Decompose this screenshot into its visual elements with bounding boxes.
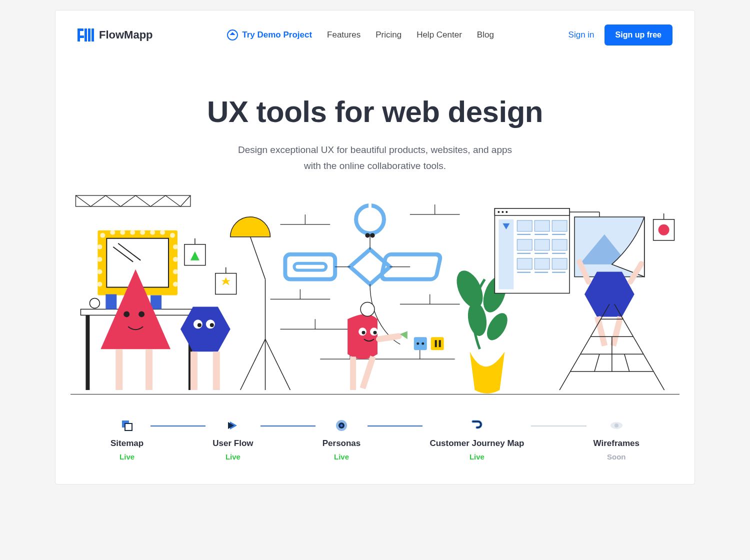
feature-wireframes[interactable]: Wireframes Soon: [594, 418, 640, 461]
connector-line: [150, 426, 206, 426]
auth-actions: Sign in Sign up free: [568, 24, 672, 46]
svg-point-34: [124, 311, 130, 317]
svg-point-69: [360, 302, 374, 316]
svg-rect-96: [552, 220, 567, 231]
svg-rect-37: [146, 349, 152, 390]
hero-title: UX tools for web design: [76, 94, 674, 129]
svg-point-12: [170, 232, 175, 238]
connector-line: [368, 426, 422, 426]
hero-section: UX tools for web design Design exception…: [56, 60, 694, 184]
svg-point-89: [498, 210, 500, 212]
svg-point-6: [110, 230, 115, 234]
feature-status: Live: [334, 452, 349, 461]
hero-subtitle-line1: Design exceptional UX for beautiful prod…: [238, 144, 512, 155]
nav-help-center[interactable]: Help Center: [416, 30, 462, 40]
svg-rect-74: [350, 356, 356, 390]
feature-sitemap[interactable]: Sitemap Live: [110, 418, 144, 461]
cjm-icon: [470, 418, 484, 432]
hero-subtitle: Design exceptional UX for beautiful prod…: [76, 142, 674, 174]
svg-point-86: [483, 310, 512, 344]
svg-rect-36: [116, 349, 122, 390]
logo-mark-icon: [78, 28, 94, 42]
nav-blog[interactable]: Blog: [477, 30, 494, 40]
svg-rect-101: [534, 258, 550, 269]
svg-line-129: [594, 354, 600, 372]
sitemap-icon: [120, 418, 134, 432]
feature-status: Soon: [607, 452, 626, 461]
feature-status: Live: [226, 452, 240, 461]
svg-point-83: [452, 266, 488, 312]
signup-button[interactable]: Sign up free: [604, 24, 672, 46]
svg-rect-80: [431, 337, 444, 350]
svg-rect-132: [125, 424, 132, 430]
svg-line-123: [614, 304, 664, 390]
svg-point-9: [140, 230, 145, 234]
svg-point-19: [173, 269, 178, 274]
svg-rect-77: [414, 337, 427, 350]
feature-label: User Flow: [212, 438, 253, 448]
svg-point-67: [366, 233, 370, 237]
svg-rect-120: [594, 316, 608, 346]
personas-icon: [334, 418, 348, 432]
svg-rect-82: [439, 340, 441, 347]
signin-link[interactable]: Sign in: [568, 30, 594, 40]
svg-rect-64: [294, 263, 326, 270]
svg-line-45: [250, 236, 266, 279]
svg-rect-97: [517, 239, 532, 250]
svg-point-20: [173, 282, 178, 286]
nav-features[interactable]: Features: [327, 30, 360, 40]
hero-subtitle-line2: with the online collaborative tools.: [304, 160, 446, 171]
svg-point-91: [506, 210, 508, 212]
svg-point-90: [502, 210, 504, 212]
svg-point-7: [120, 230, 125, 234]
svg-point-41: [198, 323, 202, 327]
svg-point-5: [100, 232, 105, 238]
svg-line-122: [560, 304, 610, 390]
connector-line: [260, 426, 316, 426]
svg-point-35: [138, 311, 144, 317]
svg-rect-95: [534, 220, 550, 231]
svg-rect-92: [498, 219, 514, 289]
nav-try-demo[interactable]: Try Demo Project: [227, 30, 312, 40]
svg-point-10: [150, 230, 155, 234]
nav-try-demo-label: Try Demo Project: [242, 30, 312, 40]
svg-point-18: [173, 256, 178, 262]
feature-personas[interactable]: Personas Live: [322, 418, 361, 461]
feature-label: Personas: [322, 438, 361, 448]
svg-point-17: [173, 244, 178, 249]
feature-status: Live: [120, 452, 134, 461]
svg-rect-30: [106, 294, 116, 309]
svg-line-47: [240, 339, 266, 390]
feature-tabs: Sitemap Live User Flow Live Personas Liv…: [56, 394, 694, 484]
feature-userflow[interactable]: User Flow Live: [212, 418, 253, 461]
feature-status: Live: [470, 452, 484, 461]
svg-rect-94: [517, 220, 532, 231]
illustration-svg: [70, 190, 680, 394]
svg-point-8: [130, 230, 135, 234]
compass-icon: [227, 30, 238, 40]
brand-logo[interactable]: FlowMapp: [78, 28, 153, 42]
svg-rect-102: [552, 258, 567, 269]
svg-point-11: [160, 230, 165, 234]
feature-cjm[interactable]: Customer Journey Map Live: [430, 418, 524, 461]
svg-point-32: [90, 298, 100, 308]
site-header: FlowMapp Try Demo Project Features Prici…: [56, 10, 694, 60]
nav-pricing[interactable]: Pricing: [376, 30, 402, 40]
landing-page: FlowMapp Try Demo Project Features Prici…: [55, 10, 695, 484]
feature-label: Sitemap: [110, 438, 144, 448]
svg-point-139: [614, 424, 618, 428]
svg-point-42: [210, 323, 214, 327]
svg-point-14: [97, 256, 102, 262]
feature-label: Wireframes: [594, 438, 640, 448]
svg-rect-28: [86, 315, 90, 390]
svg-rect-99: [552, 239, 567, 250]
svg-line-130: [624, 354, 630, 372]
svg-point-68: [370, 233, 374, 237]
svg-rect-75: [360, 356, 376, 389]
svg-rect-44: [213, 352, 220, 390]
svg-rect-43: [190, 352, 198, 390]
svg-line-48: [266, 339, 290, 390]
svg-rect-98: [534, 239, 550, 250]
svg-point-13: [97, 244, 102, 249]
svg-point-79: [422, 342, 424, 344]
